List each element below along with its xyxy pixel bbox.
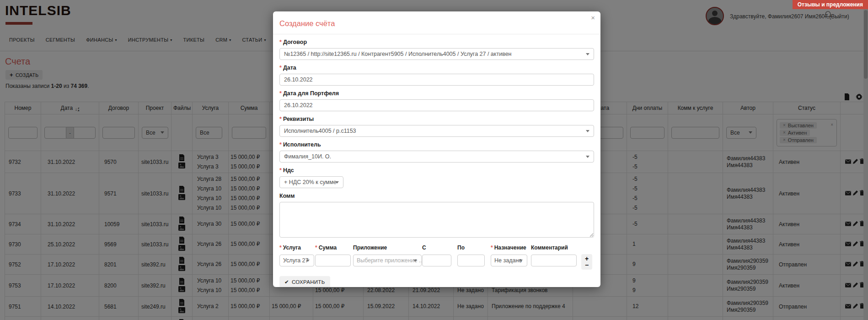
field-value: №12365 / http://site12365.ru / Контраген… [284, 51, 512, 57]
create-invoice-modal: × Создание счёта *Договор№12365 / http:/… [273, 11, 600, 287]
modal-title: Создание счёта [279, 19, 594, 28]
check-icon: ✔ [284, 279, 289, 285]
chevron-down-icon [586, 130, 589, 132]
field-value: Услуга 27 [283, 257, 309, 264]
service-field-1: *УслугаУслуга 27 [279, 244, 314, 266]
field-label: *Дата для Портфеля [279, 90, 594, 97]
remove-line-button[interactable]: − [585, 262, 589, 268]
service-field-label: *Услуга [279, 244, 314, 251]
field-label: *Дата [279, 65, 594, 71]
chevron-down-icon [335, 181, 339, 184]
chevron-down-icon [306, 260, 310, 262]
required-asterisk: * [491, 244, 493, 251]
modal-field-4[interactable]: Исполнитель4005 / р.с1153 [279, 125, 594, 137]
required-asterisk: * [279, 244, 282, 251]
modal-field-5[interactable]: Фималия_10И. О. [279, 151, 594, 163]
modal-field-7[interactable] [279, 202, 594, 238]
chevron-down-icon [586, 53, 589, 55]
service-field-5: По [457, 244, 485, 266]
service-field-3: ПриложениеВыберите приложение ... [353, 244, 422, 266]
close-icon[interactable]: × [591, 14, 595, 22]
service-field-control-6[interactable]: Не задано [491, 255, 527, 266]
field-label: *Реквизиты [279, 116, 594, 122]
modal-field-6[interactable]: + НДС 20% к сумме [279, 176, 343, 188]
required-asterisk: * [279, 116, 282, 122]
field-label: *Ндс [279, 167, 594, 174]
service-field-label: Комментарий [531, 244, 577, 251]
field-value: 26.10.2022 [284, 102, 313, 108]
service-line-row: *УслугаУслуга 27*СуммаПриложениеВыберите… [279, 244, 594, 270]
modal-field-3[interactable]: 26.10.2022 [279, 99, 594, 111]
service-field-label: Приложение [353, 244, 422, 251]
required-asterisk: * [279, 90, 282, 97]
required-asterisk: * [279, 65, 282, 71]
modal-field-2[interactable]: 26.10.2022 [279, 74, 594, 86]
service-field-6: *НазначениеНе задано [491, 244, 527, 266]
chevron-down-icon [586, 156, 589, 158]
field-value: + НДС 20% к сумме [284, 179, 337, 185]
service-field-control-1[interactable]: Услуга 27 [279, 255, 314, 266]
field-label: *Исполнитель [279, 141, 594, 148]
required-asterisk: * [279, 141, 282, 148]
service-field-control-4[interactable] [422, 255, 451, 266]
field-value: Фималия_10И. О. [284, 153, 331, 160]
service-field-7: Комментарий [531, 244, 577, 266]
service-field-2: *Сумма [315, 244, 351, 266]
required-asterisk: * [315, 244, 317, 251]
chevron-down-icon [413, 260, 417, 262]
modal-divider [273, 34, 600, 34]
app-window: INTELSIB ПРОЕКТЫСЕГМЕНТЫФИНАНСЫ▾ИНСТРУМЕ… [0, 0, 868, 320]
service-field-control-5[interactable] [457, 255, 485, 266]
service-field-control-2[interactable] [315, 255, 351, 266]
feedback-banner[interactable]: Отзывы и предложения [793, 0, 868, 9]
modal-field-1[interactable]: №12365 / http://site12365.ru / Контраген… [279, 48, 594, 60]
field-value: Не задано [494, 257, 522, 264]
line-add-remove: + − [581, 254, 592, 270]
service-field-control-3[interactable]: Выберите приложение ... [353, 255, 422, 266]
required-asterisk: * [279, 39, 282, 45]
add-line-button[interactable]: + [585, 255, 589, 262]
field-value: Исполнитель4005 / р.с1153 [284, 128, 356, 134]
service-field-label: С [422, 244, 451, 251]
field-value: 26.10.2022 [284, 76, 313, 83]
service-field-control-7[interactable] [531, 255, 577, 266]
service-field-label: *Назначение [491, 244, 527, 251]
field-label: *Договор [279, 39, 594, 45]
service-field-label: По [457, 244, 485, 251]
chevron-down-icon [519, 260, 523, 262]
field-label: Комм [279, 193, 594, 199]
service-field-label: *Сумма [315, 244, 351, 251]
save-button[interactable]: ✔ СОХРАНИТЬ [279, 276, 330, 287]
required-asterisk: * [279, 167, 282, 174]
service-field-4: С [422, 244, 451, 266]
